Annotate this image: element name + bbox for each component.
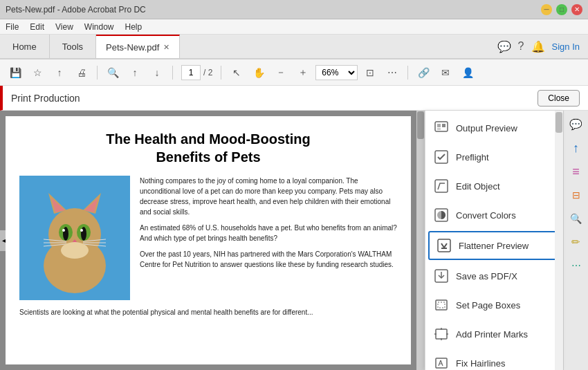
preflight-label: Preflight — [456, 152, 489, 163]
user-button[interactable]: 👤 — [458, 63, 477, 82]
sidebar-search-icon[interactable]: 🔍 — [565, 207, 587, 230]
minimize-button[interactable]: ─ — [541, 4, 552, 15]
save-button[interactable]: 💾 — [6, 63, 25, 82]
tab-home-label: Home — [12, 41, 37, 52]
menu-window[interactable]: Window — [84, 22, 114, 32]
email-button[interactable]: ✉ — [436, 63, 455, 82]
zoom-in-button[interactable]: ＋ — [293, 63, 313, 82]
sidebar-layers-icon[interactable]: ≡ — [565, 160, 587, 183]
notifications-icon[interactable]: 🔔 — [531, 40, 545, 53]
svg-rect-26 — [435, 180, 448, 192]
sign-in-button[interactable]: Sign In — [552, 41, 580, 52]
maximize-button[interactable]: □ — [556, 4, 567, 15]
menu-item-edit-object[interactable]: Edit Object — [425, 172, 563, 201]
dropdown-scrollbar[interactable] — [555, 111, 563, 370]
menu-item-fix-hairlines[interactable]: Fix Hairlines — [425, 349, 563, 370]
dropdown-scroll-thumb[interactable] — [555, 112, 562, 133]
tab-bar-right: 💬 ? 🔔 Sign In — [497, 35, 588, 58]
convert-colors-label: Convert Colors — [456, 210, 516, 221]
save-pdf-x-icon — [434, 268, 449, 284]
menu-item-output-preview[interactable]: Output Preview — [425, 113, 563, 142]
menu-item-flattener-preview[interactable]: Flattener Preview — [428, 231, 560, 260]
output-preview-icon — [434, 120, 449, 136]
tab-home[interactable]: Home — [0, 35, 50, 58]
page-input[interactable]: 1 — [181, 65, 201, 80]
edit-object-icon — [434, 178, 449, 194]
close-tab-icon[interactable]: ✕ — [163, 43, 169, 52]
document-scroll-thumb[interactable] — [417, 111, 424, 139]
close-window-button[interactable]: ✕ — [571, 4, 582, 15]
tab-tools[interactable]: Tools — [50, 35, 96, 58]
zoom-select[interactable]: 66% 50% 75% 100% — [315, 65, 358, 80]
sidebar-share-icon[interactable]: ↑ — [565, 137, 587, 159]
svg-point-9 — [63, 227, 68, 241]
link-button[interactable]: 🔗 — [414, 63, 433, 82]
print-button[interactable]: 🖨 — [72, 63, 91, 82]
menu-item-set-page-boxes[interactable]: Set Page Boxes — [425, 290, 563, 320]
fix-hairlines-label: Fix Hairlines — [456, 358, 506, 369]
menu-item-save-pdf-x[interactable]: Save as PDF/X — [425, 261, 563, 290]
chat-icon[interactable]: 💬 — [497, 40, 511, 53]
toolbar-separator-3 — [221, 66, 221, 80]
toolbar-separator-1 — [97, 66, 98, 80]
tab-tools-label: Tools — [62, 41, 83, 52]
svg-point-12 — [80, 229, 83, 232]
hand-tool[interactable]: ✋ — [249, 63, 268, 82]
document-bottom-text: Scientists are looking at what the poten… — [19, 307, 397, 317]
svg-rect-21 — [435, 122, 448, 131]
document-text-body: Nothing compares to the joy of coming ho… — [140, 176, 397, 300]
help-icon[interactable]: ? — [518, 40, 524, 53]
flattener-preview-label: Flattener Preview — [459, 241, 529, 251]
flattener-preview-icon — [437, 238, 452, 253]
fix-hairlines-icon — [434, 355, 449, 370]
menu-item-convert-colors[interactable]: Convert Colors — [425, 201, 563, 230]
prev-page-button[interactable]: ↑ — [125, 63, 145, 82]
menu-list: Output Preview Preflight Edit Object Con… — [425, 111, 563, 370]
more-tools-button[interactable]: ⋯ — [383, 63, 402, 82]
bookmark-button[interactable]: ☆ — [28, 63, 47, 82]
svg-point-11 — [62, 229, 65, 232]
next-page-button[interactable]: ↓ — [147, 63, 167, 82]
svg-rect-29 — [438, 239, 450, 252]
svg-rect-34 — [438, 302, 445, 308]
main-area: ◀ The Health and Mood-BoostingBenefits o… — [0, 111, 588, 370]
svg-rect-35 — [436, 329, 447, 339]
menu-item-preflight[interactable]: Preflight — [425, 142, 563, 172]
zoom-out-search-button[interactable]: 🔍 — [103, 63, 122, 82]
sidebar-more-icon[interactable]: ⋯ — [565, 255, 587, 277]
fit-page-button[interactable]: ⊡ — [360, 63, 380, 82]
svg-rect-33 — [436, 300, 447, 310]
title-bar-text: Pets-New.pdf - Adobe Acrobat Pro DC — [6, 5, 146, 15]
print-production-title: Print Production — [11, 93, 80, 104]
document-content: The Health and Mood-BoostingBenefits of … — [6, 116, 411, 364]
tab-file[interactable]: Pets-New.pdf ✕ — [96, 35, 180, 58]
zoom-out-button[interactable]: － — [271, 63, 291, 82]
share-button[interactable]: ↑ — [50, 63, 69, 82]
print-production-header: Print Production Close — [0, 86, 588, 111]
menu-help[interactable]: Help — [125, 22, 143, 32]
select-tool[interactable]: ↖ — [227, 63, 246, 82]
add-printer-marks-icon — [434, 326, 449, 342]
document-scrollbar[interactable] — [416, 111, 425, 370]
menu-edit[interactable]: Edit — [30, 22, 44, 32]
set-page-boxes-label: Set Page Boxes — [456, 300, 520, 311]
sidebar-edit-icon[interactable]: ✏ — [565, 231, 587, 253]
add-printer-marks-label: Add Printer Marks — [456, 329, 528, 340]
document-body: Nothing compares to the joy of coming ho… — [19, 176, 397, 300]
title-bar: Pets-New.pdf - Adobe Acrobat Pro DC ─ □ … — [0, 0, 588, 19]
menu-file[interactable]: File — [6, 22, 19, 32]
menu-item-add-printer-marks[interactable]: Add Printer Marks — [425, 320, 563, 349]
sidebar-bookmarks-icon[interactable]: ⊟ — [565, 184, 587, 206]
title-bar-controls: ─ □ ✕ — [541, 4, 582, 15]
sidebar-comments-icon[interactable]: 💬 — [565, 113, 587, 136]
edit-object-label: Edit Object — [456, 181, 500, 192]
close-panel-button[interactable]: Close — [538, 90, 580, 107]
menu-view[interactable]: View — [55, 22, 73, 32]
set-page-boxes-icon — [434, 297, 449, 313]
toolbar: 💾 ☆ ↑ 🖨 🔍 ↑ ↓ 1 / 2 ↖ ✋ － ＋ 66% 50% 75% … — [0, 59, 588, 86]
page-navigation: 1 / 2 — [181, 65, 212, 80]
menu-bar: File Edit View Window Help — [0, 19, 588, 35]
convert-colors-icon — [434, 207, 449, 223]
output-preview-label: Output Preview — [456, 123, 517, 133]
tab-file-label: Pets-New.pdf — [106, 42, 159, 53]
